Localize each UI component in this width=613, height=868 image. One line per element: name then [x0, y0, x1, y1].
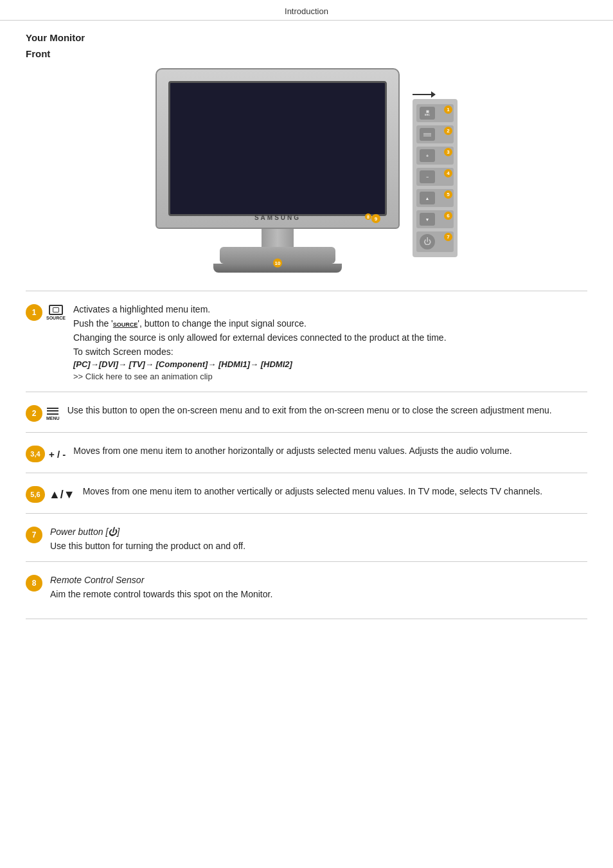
monitor-column: SAMSUNG 9 10 8: [155, 68, 400, 273]
menu-icon-btn: [420, 128, 435, 141]
monitor-body: SAMSUNG 9: [155, 68, 400, 229]
badge-2: 2: [26, 405, 42, 422]
updown-label: ▲/▼: [49, 488, 75, 502]
btn-num-3: 3: [444, 148, 452, 156]
monitor-brand: SAMSUNG: [254, 214, 301, 221]
badge-7: 7: [26, 527, 42, 543]
plus-icon-btn: +: [420, 149, 435, 162]
btn-num-6: 6: [444, 212, 452, 220]
buttons-panel: ▣ SRC 1 2 + 3: [413, 99, 458, 257]
badge-1: 1: [26, 304, 42, 321]
desc-8-0: Aim the remote control towards this spot…: [50, 589, 587, 599]
badge-34: 3,4: [26, 446, 45, 462]
btn-up: ▲ 5: [416, 189, 454, 207]
divider-6: [26, 561, 587, 562]
divider-2: [26, 392, 587, 392]
badge-8: 8: [26, 575, 42, 592]
content-col-2: Use this button to open the on-screen me…: [67, 405, 587, 415]
item-power: 7 Power button [⏻] Use this button for t…: [26, 527, 587, 551]
screen-modes: [PC]→[DVI]→ [TV]→ [Component]→ [HDMI1]→ …: [73, 359, 587, 369]
plusminus-label: + / -: [49, 449, 66, 460]
badge-col-7: 7: [26, 527, 42, 543]
btn-num-2: 2: [444, 127, 452, 135]
desc-2-0: Use this button to open the on-screen me…: [67, 405, 587, 415]
badge-col-1: 1 SOURCE: [26, 304, 66, 321]
badge-col-56: 5,6 ▲/▼: [26, 486, 75, 503]
desc-1-2: Changing the source is only allowed for …: [73, 332, 587, 343]
item-plusminus: 3,4 + / - Moves from one menu item to an…: [26, 446, 587, 462]
header-title: Introduction: [285, 6, 328, 16]
item-source: 1 SOURCE Activates a highlighted menu it…: [26, 304, 587, 381]
btn-power: ⏻ 7: [416, 231, 454, 252]
source-icon-label: SOURCE: [46, 305, 66, 320]
side-buttons-column: ▣ SRC 1 2 + 3: [413, 94, 458, 257]
content-col-56: Moves from one menu item to another vert…: [83, 486, 587, 496]
btn-menu: 2: [416, 125, 454, 143]
btn-num-1: 1: [444, 105, 452, 114]
sub-title: Front: [26, 48, 587, 59]
content-col-8: Remote Control Sensor Aim the remote con…: [50, 575, 587, 599]
badge-col-8: 8: [26, 575, 42, 592]
side-arrow: [413, 94, 432, 95]
header-bar: Introduction: [0, 0, 613, 21]
down-icon-btn: ▼: [420, 213, 435, 226]
monitor-diagram: SAMSUNG 9 10 8 ▣ SRC: [26, 68, 587, 273]
desc-1-3: To switch Screen modes:: [73, 347, 587, 357]
desc-34-0: Moves from one menu item to another hori…: [73, 446, 587, 456]
up-icon-btn: ▲: [420, 192, 435, 204]
btn-plus: + 3: [416, 147, 454, 165]
item-remote: 8 Remote Control Sensor Aim the remote c…: [26, 575, 587, 599]
minus-icon-btn: −: [420, 170, 435, 183]
desc-1-1: Push the 'SOURCE', button to change the …: [73, 318, 587, 329]
item-updown: 5,6 ▲/▼ Moves from one menu item to anot…: [26, 486, 587, 503]
badge-col-34: 3,4 + / -: [26, 446, 66, 462]
btn-minus: − 4: [416, 168, 454, 186]
content-col-7: Power button [⏻] Use this button for tur…: [50, 527, 587, 551]
content-col-34: Moves from one menu item to another hori…: [73, 446, 587, 456]
btn-source: ▣ SRC 1: [416, 104, 454, 122]
badge-56: 5,6: [26, 486, 45, 503]
section-title: Your Monitor: [26, 32, 587, 43]
divider-3: [26, 432, 587, 433]
button-num-10: 10: [273, 258, 282, 267]
power-header: Power button [⏻]: [50, 527, 587, 537]
desc-7-0: Use this button for turning the product …: [50, 541, 587, 551]
btn-num-5: 5: [444, 190, 452, 199]
desc-1-0: Activates a highlighted menu item.: [73, 304, 587, 314]
menu-icon-label: MENU: [46, 407, 60, 420]
divider-1: [26, 291, 587, 291]
monitor-screen: [168, 81, 387, 216]
badge-col-2: 2 MENU: [26, 405, 60, 422]
content-col-1: Activates a highlighted menu item. Push …: [73, 304, 587, 381]
btn-down: ▼ 6: [416, 210, 454, 228]
divider-5: [26, 513, 587, 514]
num-8-indicator: 8: [365, 213, 371, 220]
desc-56-0: Moves from one menu item to another vert…: [83, 486, 587, 496]
btn-num-4: 4: [444, 169, 452, 177]
button-num-9: 9: [371, 214, 380, 223]
bottom-divider: [26, 619, 587, 619]
divider-4: [26, 473, 587, 473]
monitor-stand-neck: [262, 229, 294, 247]
btn-num-7: 7: [444, 233, 452, 241]
remote-header: Remote Control Sensor: [50, 575, 587, 585]
item-menu: 2 MENU Use this button to open the on-sc…: [26, 405, 587, 422]
power-icon-btn: ⏻: [420, 234, 435, 249]
source-icon-btn: ▣ SRC: [420, 107, 435, 120]
animation-link[interactable]: >> Click here to see an animation clip: [73, 372, 587, 381]
arrow-line: [413, 94, 432, 95]
